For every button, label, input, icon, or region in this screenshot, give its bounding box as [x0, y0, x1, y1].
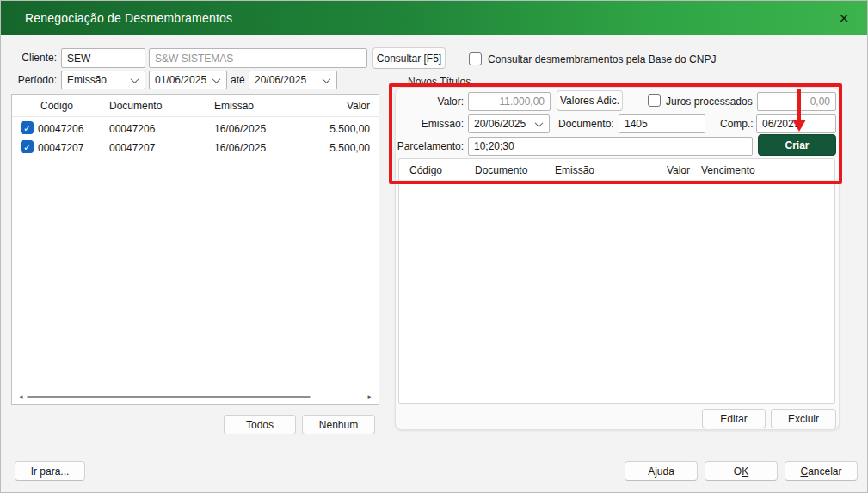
periodo-tipo-value: Emissão	[67, 74, 107, 86]
cell-documento: 00047207	[109, 142, 155, 155]
chevron-down-icon	[131, 75, 139, 83]
header-separator	[12, 116, 379, 117]
editar-button[interactable]: Editar	[702, 409, 766, 428]
cliente-label: Cliente:	[1, 52, 57, 65]
ok-label-pre: O	[734, 465, 742, 478]
juros-checkbox[interactable]	[648, 94, 661, 107]
column-header-emissao[interactable]: Emissão	[555, 164, 594, 177]
chevron-down-icon	[212, 75, 221, 83]
nenhum-button[interactable]: Nenhum	[302, 415, 375, 434]
cnpj-checkbox-label[interactable]: Consultar desmembramentos pela Base do C…	[488, 53, 716, 66]
close-icon[interactable]: ×	[833, 7, 855, 29]
ate-label: até	[231, 74, 245, 87]
cell-valor: 5.500,00	[296, 142, 370, 155]
ajuda-button[interactable]: Ajuda	[625, 461, 698, 481]
table-row[interactable]: ✓ 00047206 00047206 16/06/2025 5.500,00	[12, 120, 379, 138]
row-checkbox[interactable]: ✓	[21, 140, 34, 153]
row-checkbox[interactable]: ✓	[21, 121, 34, 134]
valores-adic-button[interactable]: Valores Adic.	[557, 90, 623, 111]
novos-titulos-table: Código Documento Emissão Valor Venciment…	[398, 158, 835, 404]
criar-button[interactable]: Criar	[758, 134, 836, 156]
horizontal-scrollbar[interactable]: ◄ ►	[13, 391, 378, 403]
column-header-valor[interactable]: Valor	[296, 100, 370, 113]
cell-codigo: 00047206	[38, 123, 83, 136]
cnpj-checkbox[interactable]	[469, 52, 482, 65]
renegociacao-dialog: Renegociação de Desmembramentos × Client…	[0, 0, 868, 493]
comp-label: Comp.:	[720, 118, 754, 131]
comp-input[interactable]: 06/2025	[756, 114, 836, 133]
documento-label: Documento:	[558, 118, 614, 131]
cell-codigo: 00047207	[38, 142, 83, 155]
consultar-button[interactable]: Consultar [F5]	[372, 47, 446, 69]
cell-valor: 5.500,00	[296, 123, 370, 136]
emissao-value: 20/06/2025	[474, 118, 526, 130]
titlebar[interactable]: Renegociação de Desmembramentos ×	[1, 1, 868, 35]
todos-button[interactable]: Todos	[224, 415, 296, 434]
periodo-inicio-value: 01/06/2025	[155, 74, 206, 86]
ir-para-button[interactable]: Ir para...	[15, 461, 85, 481]
ok-button[interactable]: OK	[705, 461, 778, 481]
scroll-left-icon[interactable]: ◄	[17, 393, 24, 401]
emissao-select[interactable]: 20/06/2025	[468, 114, 550, 133]
column-header-emissao[interactable]: Emissão	[214, 100, 254, 113]
cancelar-button[interactable]: Cancelar	[785, 461, 858, 481]
valor-label: Valor:	[392, 96, 464, 108]
periodo-fim-select[interactable]: 20/06/2025	[249, 71, 337, 89]
cell-documento: 00047206	[109, 123, 155, 136]
column-header-codigo[interactable]: Código	[409, 164, 442, 177]
documento-input[interactable]: 1405	[619, 114, 705, 133]
cell-emissao: 16/06/2025	[214, 142, 266, 155]
desmembramentos-table: Código Documento Emissão Valor ✓ 0004720…	[11, 94, 379, 405]
excluir-button[interactable]: Excluir	[771, 409, 836, 428]
parcelamento-label: Parcelamento:	[386, 140, 464, 153]
periodo-inicio-select[interactable]: 01/06/2025	[149, 71, 227, 89]
cliente-name-field: S&W SISTEMAS	[149, 48, 367, 68]
emissao-label: Emissão:	[392, 118, 464, 131]
column-header-valor[interactable]: Valor	[638, 164, 690, 177]
column-header-documento[interactable]: Documento	[475, 164, 527, 177]
column-header-vencimento[interactable]: Vencimento	[701, 164, 755, 177]
juros-field: 0,00	[757, 92, 836, 111]
scroll-right-icon[interactable]: ►	[366, 393, 373, 401]
periodo-fim-value: 20/06/2025	[255, 74, 306, 86]
scrollbar-thumb[interactable]	[27, 396, 311, 398]
cliente-code-input[interactable]: SEW	[61, 48, 145, 68]
column-header-documento[interactable]: Documento	[109, 100, 162, 113]
ok-label-mnemonic: K	[742, 465, 748, 478]
valor-field: 11.000,00	[468, 92, 551, 111]
header-separator	[399, 180, 834, 181]
chevron-down-icon	[535, 119, 544, 127]
cancelar-label-rest: ancelar	[808, 465, 841, 478]
column-header-codigo[interactable]: Código	[40, 100, 73, 113]
chevron-down-icon	[323, 75, 331, 83]
cell-emissao: 16/06/2025	[214, 123, 266, 136]
juros-checkbox-label[interactable]: Juros processados	[666, 96, 753, 108]
periodo-tipo-select[interactable]: Emissão	[61, 71, 145, 89]
cancelar-label-mnemonic: C	[800, 465, 808, 478]
parcelamento-input[interactable]: 10;20;30	[468, 137, 753, 156]
periodo-label: Período:	[1, 74, 57, 87]
table-row[interactable]: ✓ 00047207 00047207 16/06/2025 5.500,00	[12, 139, 379, 157]
window-title: Renegociação de Desmembramentos	[25, 11, 232, 25]
